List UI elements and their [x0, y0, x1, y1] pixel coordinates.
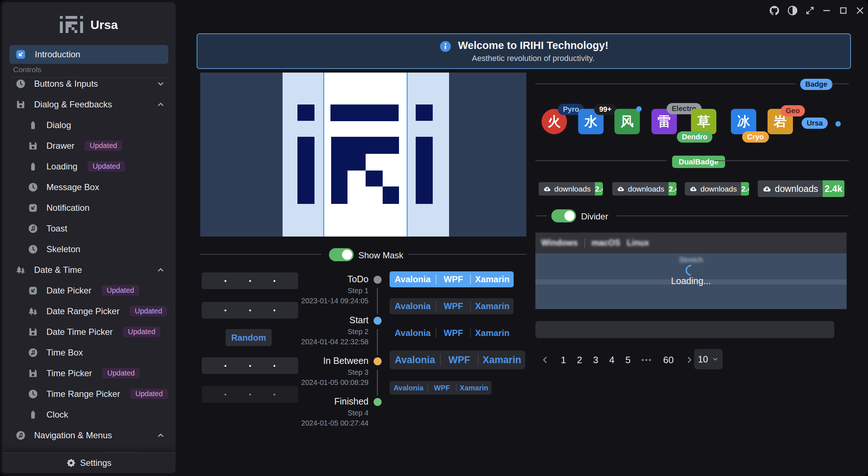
- step-connector: [377, 370, 378, 396]
- floppy-icon: [28, 327, 38, 337]
- page-button-4[interactable]: 4: [609, 354, 614, 366]
- button-wpf[interactable]: WPF: [436, 325, 470, 341]
- pagination: 12345•••60: [540, 350, 694, 369]
- divider-label: Divider: [581, 212, 608, 222]
- step-timestamp: 2023-01-14 09:24:05: [252, 297, 369, 305]
- note-icon: [15, 430, 26, 441]
- theme-toggle-icon[interactable]: [787, 5, 798, 16]
- field-dot: [249, 394, 251, 395]
- arrow-square-icon: [15, 48, 27, 61]
- button-wpf[interactable]: WPF: [428, 381, 456, 395]
- sidebar-item-dialog[interactable]: Dialog: [2, 115, 176, 135]
- trees-icon: [15, 264, 26, 275]
- sidebar-item-message-box[interactable]: Message Box: [2, 177, 176, 197]
- download-badge-label: downloads: [612, 182, 669, 196]
- button-xamarin[interactable]: Xamarin: [471, 271, 514, 287]
- sidebar-item-date-range-picker[interactable]: Date Range PickerUpdated: [2, 301, 176, 321]
- download-badge-value: 2.4k: [823, 180, 844, 197]
- field-dot: [273, 394, 275, 395]
- step-connector: [377, 329, 378, 355]
- button-avalonia[interactable]: Avalonia: [390, 271, 436, 287]
- sidebar-item-date-picker[interactable]: Date PickerUpdated: [2, 280, 176, 301]
- sidebar-nav-list: Buttons & InputsDialog & FeedbacksDialog…: [2, 73, 176, 453]
- chevron-left-icon[interactable]: [540, 355, 550, 365]
- cloud-download-icon: [543, 185, 551, 193]
- settings-button[interactable]: Settings: [2, 452, 176, 473]
- sidebar-item-label: Clock: [46, 410, 68, 420]
- download-badge-label: downloads: [539, 182, 595, 196]
- text-input[interactable]: [535, 321, 834, 338]
- loading-text: Loading...: [535, 276, 847, 286]
- github-icon[interactable]: [769, 5, 780, 16]
- page-size-dropdown[interactable]: 10: [694, 349, 723, 369]
- button-group: AvaloniaWPFXamarin: [390, 298, 514, 314]
- maximize-icon[interactable]: [838, 5, 849, 16]
- minimize-icon[interactable]: [821, 5, 832, 16]
- button-xamarin[interactable]: Xamarin: [457, 381, 491, 395]
- sidebar-item-skeleton[interactable]: Skeleton: [2, 239, 176, 259]
- page-button-60[interactable]: 60: [663, 354, 674, 366]
- step-timestamp: 2024-01-05 00:08:29: [252, 378, 369, 387]
- button-wpf[interactable]: WPF: [441, 350, 478, 369]
- tab-linux[interactable]: Linux: [627, 238, 649, 248]
- dualbadge-section-pill: DualBadge: [672, 156, 725, 168]
- tile-badge: 99+: [594, 104, 617, 115]
- sidebar-item-date-time-picker[interactable]: Date Time PickerUpdated: [2, 321, 176, 342]
- welcome-banner: Welcome to IRIHI Technology! Aesthetic r…: [197, 33, 851, 69]
- button-xamarin[interactable]: Xamarin: [478, 350, 525, 369]
- tile-badge: Cryo: [742, 131, 769, 143]
- sidebar-item-label: Toast: [46, 223, 67, 234]
- sidebar-item-breadcrumb[interactable]: BreadcrumbUpdated: [2, 446, 176, 453]
- chevron-up-icon: [156, 100, 165, 109]
- button-wpf[interactable]: WPF: [436, 271, 470, 287]
- sidebar-item-time-picker[interactable]: Time PickerUpdated: [2, 363, 176, 383]
- sidebar-item-time-range-picker[interactable]: Time Range PickerUpdated: [2, 383, 176, 404]
- tab-macos[interactable]: macOS: [592, 238, 620, 248]
- settings-label: Settings: [80, 458, 112, 468]
- sidebar-item-navigation-menus[interactable]: Navigation & Menus: [2, 425, 176, 446]
- button-wpf[interactable]: WPF: [436, 298, 470, 314]
- banner-title: Welcome to IRIHI Technology!: [458, 40, 609, 52]
- close-icon[interactable]: [855, 5, 865, 16]
- sidebar-item-date-time[interactable]: Date & Time: [2, 259, 176, 280]
- brand-name: Ursa: [90, 18, 118, 32]
- tab-windows[interactable]: Windows: [541, 238, 578, 248]
- download-badge: downloads2.4k: [539, 182, 603, 196]
- sidebar-item-buttons-inputs[interactable]: Buttons & Inputs: [2, 73, 176, 94]
- sidebar-item-time-box[interactable]: Time Box: [2, 342, 176, 363]
- divider-line: [408, 254, 526, 255]
- sidebar-item-label: Date & Time: [34, 265, 82, 275]
- button-avalonia[interactable]: Avalonia: [390, 325, 436, 341]
- button-xamarin[interactable]: Xamarin: [471, 298, 514, 314]
- sidebar-item-dialog-feedbacks[interactable]: Dialog & Feedbacks: [2, 94, 176, 115]
- floppy-icon: [28, 368, 38, 379]
- button-avalonia[interactable]: Avalonia: [390, 350, 440, 369]
- button-avalonia[interactable]: Avalonia: [390, 298, 436, 314]
- page-button-5[interactable]: 5: [625, 354, 630, 366]
- sidebar-item-notification[interactable]: Notification: [2, 197, 176, 218]
- sidebar-item-label: Dialog: [46, 120, 71, 130]
- divider-toggle[interactable]: [551, 209, 576, 222]
- sidebar-item-toast[interactable]: Toast: [2, 218, 176, 239]
- page-button-3[interactable]: 3: [593, 354, 598, 366]
- sidebar-item-clock[interactable]: Clock: [2, 404, 176, 425]
- trees-icon: [28, 306, 38, 317]
- download-badge-value: 2.4k: [741, 182, 749, 196]
- button-xamarin[interactable]: Xamarin: [471, 325, 514, 341]
- element-tile-4: 草: [691, 109, 716, 134]
- chevron-right-icon[interactable]: [684, 355, 694, 365]
- sidebar-item-label: Loading: [46, 161, 77, 172]
- button-group: AvaloniaWPFXamarin: [390, 350, 525, 369]
- show-mask-toggle[interactable]: [329, 248, 354, 261]
- sidebar-item-introduction[interactable]: Introduction: [9, 45, 168, 64]
- chevron-up-icon: [156, 265, 165, 275]
- button-avalonia[interactable]: Avalonia: [390, 381, 427, 395]
- sidebar-item-loading[interactable]: LoadingUpdated: [2, 156, 176, 177]
- page-button-1[interactable]: 1: [561, 354, 566, 366]
- page-button-2[interactable]: 2: [577, 354, 582, 366]
- fullscreen-icon[interactable]: [805, 5, 815, 16]
- divider-line: [200, 254, 321, 255]
- sidebar-item-drawer[interactable]: DrawerUpdated: [2, 135, 176, 156]
- download-badge-value: 2.4k: [669, 182, 676, 196]
- clock-icon: [28, 389, 38, 399]
